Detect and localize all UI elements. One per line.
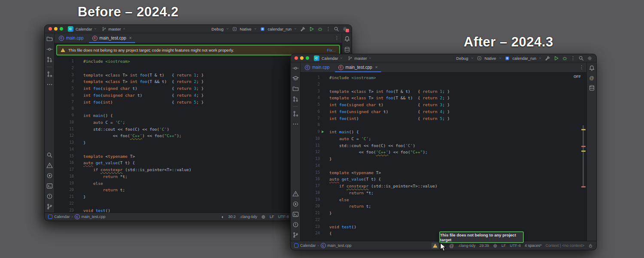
status-item[interactable]: LF (501, 243, 506, 248)
settings-button[interactable] (342, 26, 348, 32)
folder-icon[interactable] (292, 86, 299, 92)
gear-icon[interactable] (587, 55, 592, 61)
project-selector[interactable]: Calendar (322, 56, 338, 61)
contrast-icon[interactable]: ◐ (222, 215, 225, 219)
problems-icon[interactable] (292, 221, 299, 228)
search-icon[interactable] (46, 152, 53, 158)
breadcrumb-file[interactable]: main_test.cpp (82, 215, 106, 219)
status-item[interactable]: .clang-tidy (458, 243, 475, 248)
minimize-window-button[interactable] (300, 56, 304, 60)
close-window-button[interactable] (295, 56, 298, 60)
pull-request-icon[interactable] (46, 56, 53, 63)
inspection-widget-off[interactable]: OFF (574, 74, 581, 79)
problems-icon[interactable] (46, 193, 53, 200)
status-item[interactable]: LF (270, 215, 274, 219)
code-line: 6int foo(unsigned char t) { return 4; } (301, 108, 586, 115)
tab-main-cpp[interactable]: Cmain.cpp (55, 33, 88, 43)
warn-fill-status-chip[interactable] (431, 243, 439, 249)
tab-main_test-cpp[interactable]: Cmain_test.cpp× (334, 62, 382, 72)
tab-options-kebab-icon[interactable]: ⋮ (334, 36, 339, 40)
build-hammer-icon[interactable] (300, 26, 306, 32)
minimize-window-button[interactable] (54, 27, 58, 31)
run-config-selector[interactable]: calendar_run (268, 27, 292, 31)
status-item[interactable]: UTF-8 (510, 243, 521, 248)
warn-fill-icon[interactable] (433, 243, 437, 248)
warning-icon[interactable] (292, 190, 299, 197)
project-selector[interactable]: Calendar (76, 27, 92, 31)
error-stripe-mark[interactable] (581, 146, 586, 147)
more-icon[interactable] (292, 121, 299, 127)
right-toolbar: @ (586, 62, 596, 241)
line-number: 19 (55, 180, 74, 187)
toolchain-selector[interactable]: Native (240, 27, 252, 31)
status-item[interactable]: 30:2 (228, 215, 236, 219)
error-stripe-mark[interactable] (581, 186, 586, 187)
database-icon[interactable] (589, 85, 595, 91)
line-number: 17 (301, 183, 320, 190)
status-item[interactable]: UTF-8 (278, 215, 289, 219)
chevron-down-icon (498, 56, 502, 60)
services-icon[interactable] (46, 172, 53, 179)
toolchain-selector[interactable]: Native (485, 56, 496, 61)
tab-main-cpp[interactable]: Cmain.cpp (301, 62, 334, 72)
pull-request-icon[interactable] (292, 96, 299, 102)
run-button-icon[interactable] (553, 55, 559, 61)
status-item[interactable]: 4 spaces* (525, 243, 542, 248)
chevron-down-icon (122, 27, 126, 31)
error-stripe-mark[interactable] (581, 129, 586, 130)
toolchain-icon (477, 56, 482, 61)
debug-bug-icon[interactable] (317, 26, 323, 32)
git-branch-icon[interactable] (292, 232, 299, 238)
terminal-icon[interactable] (46, 183, 53, 189)
bell-icon[interactable] (589, 65, 595, 71)
status-item[interactable]: 29:39 (480, 243, 489, 248)
structure-icon[interactable] (46, 71, 53, 77)
breadcrumb-project[interactable]: Calendar (54, 215, 70, 219)
status-item[interactable]: Context | <no context> (546, 243, 584, 248)
zoom-window-button[interactable] (60, 27, 63, 31)
code-editor[interactable]: 1#include <iostream>23template <class T>… (301, 73, 586, 241)
database-icon[interactable] (344, 46, 350, 53)
commit-icon[interactable] (292, 65, 299, 71)
close-tab-icon[interactable]: × (129, 36, 132, 40)
run-mode-selector[interactable]: Debug (212, 27, 224, 31)
build-hammer-icon[interactable] (545, 55, 550, 61)
tab-options-kebab-icon[interactable]: ⋮ (579, 65, 584, 70)
at-icon[interactable]: @ (589, 76, 594, 80)
breadcrumb-file[interactable]: main_test.cpp (328, 243, 352, 248)
tab-main_test-cpp[interactable]: Cmain_test.cpp× (88, 33, 136, 43)
commit-icon[interactable] (46, 46, 53, 52)
more-icon[interactable] (46, 81, 53, 88)
learn-icon[interactable] (292, 75, 299, 82)
structure-icon[interactable] (292, 111, 299, 117)
terminal-icon[interactable] (292, 211, 299, 218)
folder-icon[interactable] (46, 36, 53, 42)
debug-bug-icon[interactable] (562, 55, 568, 61)
branch-selector[interactable]: master (355, 56, 367, 61)
search-icon[interactable] (578, 55, 584, 61)
fix-link[interactable]: Fix... (327, 48, 336, 52)
run-button-icon[interactable] (309, 26, 314, 32)
at-icon[interactable]: @ (449, 243, 454, 248)
more-actions-kebab-icon[interactable]: ⋮ (571, 56, 575, 61)
breadcrumb-project[interactable]: Calendar (300, 243, 316, 248)
branch-selector[interactable]: master (109, 27, 121, 31)
lock-icon[interactable] (588, 243, 593, 248)
services-icon[interactable] (292, 201, 299, 207)
run-config-selector[interactable]: calendar_run (513, 56, 536, 61)
close-window-button[interactable] (49, 27, 52, 31)
error-stripe-mark[interactable] (581, 150, 586, 152)
run-main-gutter-icon[interactable] (321, 130, 325, 134)
run-mode-selector[interactable]: Debug (456, 56, 468, 61)
close-tab-icon[interactable]: × (375, 65, 378, 70)
status-item[interactable]: .clang-tidy (240, 215, 257, 219)
warning-icon[interactable] (46, 162, 53, 169)
globe-icon[interactable] (493, 243, 498, 248)
more-actions-kebab-icon[interactable]: ⋮ (326, 27, 331, 31)
bell-icon[interactable] (344, 36, 350, 42)
zoom-window-button[interactable] (306, 56, 309, 60)
editor-scrollbar[interactable] (583, 125, 584, 187)
globe-icon[interactable] (261, 215, 266, 219)
search-icon[interactable] (334, 26, 339, 32)
git-branch-icon[interactable] (46, 203, 53, 210)
